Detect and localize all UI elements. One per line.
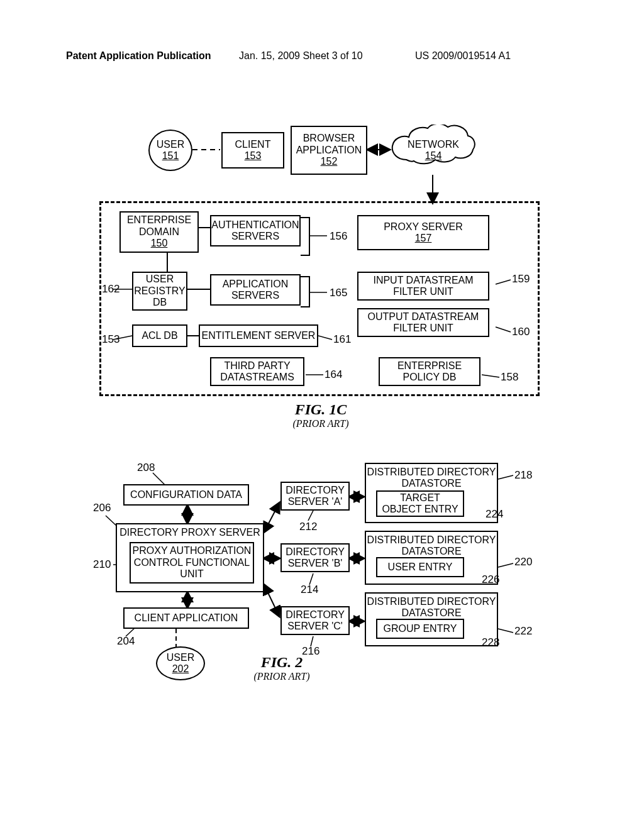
userreg-l1: USER [146,274,174,285]
fig1c-enterprise-domain: ENTERPRISE DOMAIN 150 [119,211,199,253]
svg-line-29 [308,511,313,521]
fig2-proxy-auth-unit: PROXY AUTHORIZATION CONTROL FUNCTIONAL U… [130,542,254,584]
fig1c-caption: FIG. 1C (PRIOR ART) [264,401,377,429]
fig2-dd2-inner: USER ENTRY [376,557,464,577]
fig2-name: FIG. 2 [225,654,338,671]
ref-162: 162 [102,283,119,296]
dd2i-label: USER ENTRY [388,562,453,573]
outputds-l1: OUTPUT DATASTREAM [368,311,479,323]
svg-line-32 [498,475,513,479]
dd3i-label: GROUP ENTRY [384,623,457,634]
proxyauth-l2: CONTROL FUNCTIONAL [134,557,250,568]
fig2-caption: FIG. 2 (PRIOR ART) [225,654,338,682]
dd1-l1: DISTRIBUTED DIRECTORY [367,467,496,478]
fig1c-client: CLIENT 153 [221,132,284,169]
outputds-l2: FILTER UNIT [393,323,453,334]
ref-226: 226 [482,573,499,586]
entdomain-l1: ENTERPRISE [127,214,191,226]
fig2-user-ref: 202 [172,663,189,675]
proxyauth-l3: UNIT [180,568,203,580]
ref-159: 159 [512,273,530,285]
appsvr-l1: APPLICATION [223,279,289,290]
page: Patent Application Publication Jan. 15, … [0,0,644,830]
proxyauth-l1: PROXY AUTHORIZATION [133,545,252,556]
client-label: CLIENT [235,139,271,150]
ref-156: 156 [330,230,347,243]
browser-l2: APPLICATION [296,145,362,156]
network-ref: 154 [425,150,442,162]
dd3-l2: DATASTORE [401,607,461,619]
entpolicy-l1: ENTERPRISE [397,360,462,372]
ref-161: 161 [333,333,351,346]
thirdparty-l1: THIRD PARTY [224,360,290,372]
fig1c-name: FIG. 1C [264,401,377,418]
fig1c-user: USER 151 [148,130,192,171]
fig2-config-data: CONFIGURATION DATA [123,484,249,506]
fig1c-output-datastream: OUTPUT DATASTREAM FILTER UNIT [357,308,489,337]
ref-222: 222 [514,625,532,638]
fig1c-entitlement-server: ENTITLEMENT SERVER [199,324,318,347]
ref-208: 208 [137,462,155,474]
svg-line-18 [106,516,116,526]
svg-line-20 [264,503,279,532]
ref-204: 204 [117,635,135,648]
entdomain-l2: DOMAIN [139,226,179,238]
fig1c-third-party-datastreams: THIRD PARTY DATASTREAMS [210,357,304,386]
ref-160: 160 [512,326,530,338]
fig2-priorart: (PRIOR ART) [225,671,338,682]
fig2-user-label: USER [167,652,194,663]
dd2-l2: DATASTORE [401,546,461,557]
fig1c-auth-servers: AUTHENTICATION SERVERS [210,215,301,246]
fig1c-enterprise-policy-db: ENTERPRISE POLICY DB [379,357,480,386]
fig1c-app-servers: APPLICATION SERVERS [210,274,301,306]
browser-l1: BROWSER [303,133,355,144]
fig1c-browser: BROWSER APPLICATION 152 [291,126,367,175]
fig1c-user-registry: USER REGISTRY DB [132,272,187,311]
svg-line-36 [498,629,513,633]
clientapp-label: CLIENT APPLICATION [135,612,238,624]
ref-153b: 153 [102,333,119,346]
fig2-user: USER 202 [156,646,205,680]
header-right: US 2009/0019514 A1 [415,50,511,62]
ref-164: 164 [325,368,342,381]
acldb-label: ACL DB [142,330,177,341]
dd3-l1: DISTRIBUTED DIRECTORY [367,596,496,607]
ref-214: 214 [301,584,318,596]
dirA-l1: DIRECTORY [286,485,345,496]
fig2-dir-server-a: DIRECTORY SERVER 'A' [280,482,350,511]
ref-218: 218 [514,469,532,482]
svg-line-34 [498,563,513,567]
ref-158: 158 [501,371,518,384]
dd1i-l2: OBJECT ENTRY [382,504,458,515]
header-center: Jan. 15, 2009 Sheet 3 of 10 [239,50,363,62]
svg-line-16 [153,473,165,485]
user-ref: 151 [162,150,179,162]
fig2-dd3-inner: GROUP ENTRY [376,619,464,639]
header-left: Patent Application Publication [66,50,211,62]
fig2-dir-server-b: DIRECTORY SERVER 'B' [280,543,350,572]
inputds-l1: INPUT DATASTREAM [373,275,473,286]
user-label: USER [157,139,184,150]
client-ref: 153 [245,150,262,162]
dirB-l2: SERVER 'B' [288,558,343,569]
ref-210: 210 [93,558,111,571]
ref-212: 212 [299,521,317,533]
entsvr-label: ENTITLEMENT SERVER [202,330,316,341]
fig1c-network-cloud: NETWORK 154 [389,124,478,176]
fig1c-priorart: (PRIOR ART) [264,418,377,429]
thirdparty-l2: DATASTREAMS [220,372,294,383]
dd2-l1: DISTRIBUTED DIRECTORY [367,534,496,546]
inputds-l2: FILTER UNIT [393,286,453,297]
dirC-l2: SERVER 'C' [287,621,343,632]
entpolicy-l2: POLICY DB [402,372,456,383]
ref-224: 224 [486,508,503,521]
dirC-l1: DIRECTORY [286,609,345,621]
network-label: NETWORK [408,139,459,150]
configdata-label: CONFIGURATION DATA [130,489,242,501]
ref-228: 228 [482,636,499,649]
proxy-ref: 157 [415,233,432,244]
fig1c-proxy-server: PROXY SERVER 157 [357,215,489,250]
appsvr-l2: SERVERS [231,290,279,301]
ref-220: 220 [514,556,532,568]
dd1-l2: DATASTORE [401,478,461,489]
